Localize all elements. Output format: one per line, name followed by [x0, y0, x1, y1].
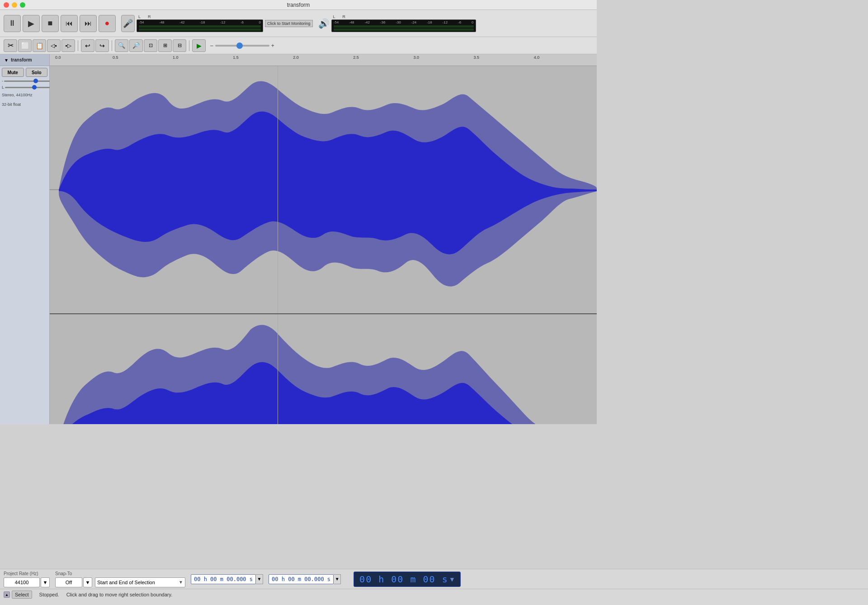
out-scale-42: -42: [364, 20, 370, 24]
tick-0.5: 0.5: [113, 55, 118, 60]
out-scale-30: -30: [396, 20, 401, 24]
speaker-icon[interactable]: 🔊: [318, 18, 330, 29]
tools-bar: ✂ ⬜ 📋 ◁▪ ▪▷ ↩ ↪ 🔍 🔎 ⊡ ⊞ ⊟ ▶ – +: [0, 37, 597, 54]
out-scale-12: -12: [443, 20, 448, 24]
tick-1.0: 1.0: [173, 55, 179, 60]
output-meter-l: [334, 25, 474, 28]
track-bit-depth: 32-bit float: [2, 101, 47, 109]
pan-row: L R: [2, 85, 47, 90]
trim-left-button[interactable]: ◁▪: [47, 39, 61, 52]
track-controls: Mute Solo - + L R Stereo, 44100Hz 32-bit…: [0, 66, 49, 110]
skip-forward-button[interactable]: ⏭: [80, 15, 97, 32]
tick-2.0: 2.0: [293, 55, 299, 60]
meter-scale-48: -48: [159, 20, 165, 24]
paste-button[interactable]: 📋: [33, 39, 46, 52]
zoom-fit-button[interactable]: ⊡: [144, 39, 157, 52]
close-button[interactable]: [4, 2, 9, 8]
meter-scale-54: -54: [139, 20, 144, 24]
mute-solo-row: Mute Solo: [2, 68, 47, 77]
main-content: ▾ transform Mute Solo - + L: [0, 54, 597, 424]
input-meter-r: [139, 28, 261, 31]
tools-separator-3: [189, 40, 189, 51]
output-r-label: R: [343, 14, 346, 19]
tick-0.0: 0.0: [55, 55, 61, 60]
transport-bar: ⏸ ▶ ■ ⏮ ⏭ ● 🎤 L R -54 -48 -42 -18 -12 -6…: [0, 10, 597, 37]
gain-row: - +: [2, 79, 47, 83]
out-scale-36: -36: [380, 20, 386, 24]
output-lr-label: L: [333, 14, 335, 19]
redo-button[interactable]: ↪: [95, 39, 109, 52]
zoom-vert-button[interactable]: ⊟: [173, 39, 186, 52]
gain-minus: -: [2, 79, 3, 83]
track-name: transform: [11, 57, 32, 62]
record-button[interactable]: ●: [99, 15, 116, 32]
play-button[interactable]: ▶: [23, 15, 40, 32]
zoom-plus-label: +: [271, 43, 274, 49]
tools-separator-1: [78, 40, 78, 51]
play-at-cursor-button[interactable]: ▶: [192, 39, 206, 52]
zoom-slider-container: – +: [210, 43, 274, 49]
out-scale-0: 0: [472, 20, 473, 24]
meter-scale-18: -18: [200, 20, 205, 24]
maximize-button[interactable]: [20, 2, 25, 8]
output-meter-r: [334, 28, 474, 31]
track-sidebar: ▾ transform Mute Solo - + L: [0, 54, 50, 424]
zoom-in-button[interactable]: 🔍: [115, 39, 128, 52]
track-format: Stereo, 44100Hz: [2, 91, 47, 99]
undo-button[interactable]: ↩: [81, 39, 94, 52]
cut-button[interactable]: ✂: [4, 39, 17, 52]
tick-3.5: 3.5: [474, 55, 480, 60]
waveform-svg-top: [50, 66, 597, 313]
trim-right-button[interactable]: ▪▷: [61, 39, 75, 52]
waveform-top: 1.0 0.5- 0.0 -0.5 -1.0: [50, 66, 597, 314]
start-monitoring-button[interactable]: Click to Start Monitoring: [265, 20, 313, 27]
pan-l: L: [2, 85, 4, 90]
solo-button[interactable]: Solo: [26, 68, 48, 77]
tick-2.5: 2.5: [353, 55, 359, 60]
out-scale-48: -48: [349, 20, 354, 24]
zoom-fit2-button[interactable]: ⊞: [158, 39, 172, 52]
track-header: ▾ transform: [0, 54, 49, 66]
out-scale-54: -54: [334, 20, 339, 24]
meter-scale-12: -12: [220, 20, 226, 24]
track-arrow[interactable]: ▾: [2, 56, 11, 65]
copy-button[interactable]: ⬜: [18, 39, 32, 52]
tools-separator-2: [112, 40, 112, 51]
window-controls: [4, 2, 25, 8]
meter-scale-0: 0: [259, 20, 260, 24]
window-title: transform: [287, 2, 310, 8]
waveform-bottom: 1.0 0.5- 0.0 -0.5 -1.0: [50, 314, 597, 424]
input-r-label: R: [148, 14, 151, 19]
stop-button[interactable]: ■: [42, 15, 59, 32]
waveform-svg-bottom: [50, 314, 597, 424]
out-scale-6: -6: [458, 20, 461, 24]
skip-back-button[interactable]: ⏮: [61, 15, 78, 32]
waveform-canvas[interactable]: 1.0 0.5- 0.0 -0.5 -1.0: [50, 66, 597, 424]
zoom-slider[interactable]: [215, 45, 269, 47]
tick-1.5: 1.5: [233, 55, 239, 60]
timeline-ruler-inner: 0.0 0.5 1.0 1.5 2.0 2.5 3.0 3.5 4.0: [50, 54, 597, 66]
tick-4.0: 4.0: [534, 55, 540, 60]
pause-button[interactable]: ⏸: [4, 15, 21, 32]
out-scale-18: -18: [427, 20, 432, 24]
out-scale-24: -24: [411, 20, 417, 24]
timeline-ruler: 0.0 0.5 1.0 1.5 2.0 2.5 3.0 3.5 4.0: [50, 54, 597, 66]
input-meter-l: [139, 25, 261, 28]
mic-button[interactable]: 🎤: [121, 15, 135, 32]
meter-scale-6: -6: [241, 20, 244, 24]
mute-button[interactable]: Mute: [2, 68, 24, 77]
minimize-button[interactable]: [12, 2, 17, 8]
meter-scale-42: -42: [179, 20, 185, 24]
zoom-minus-label: –: [210, 43, 213, 49]
input-lr-label: L: [138, 14, 141, 19]
tick-3.0: 3.0: [413, 55, 419, 60]
titlebar: transform: [0, 0, 597, 10]
waveform-area: 0.0 0.5 1.0 1.5 2.0 2.5 3.0 3.5 4.0 1.0: [50, 54, 597, 424]
zoom-out-button[interactable]: 🔎: [129, 39, 143, 52]
